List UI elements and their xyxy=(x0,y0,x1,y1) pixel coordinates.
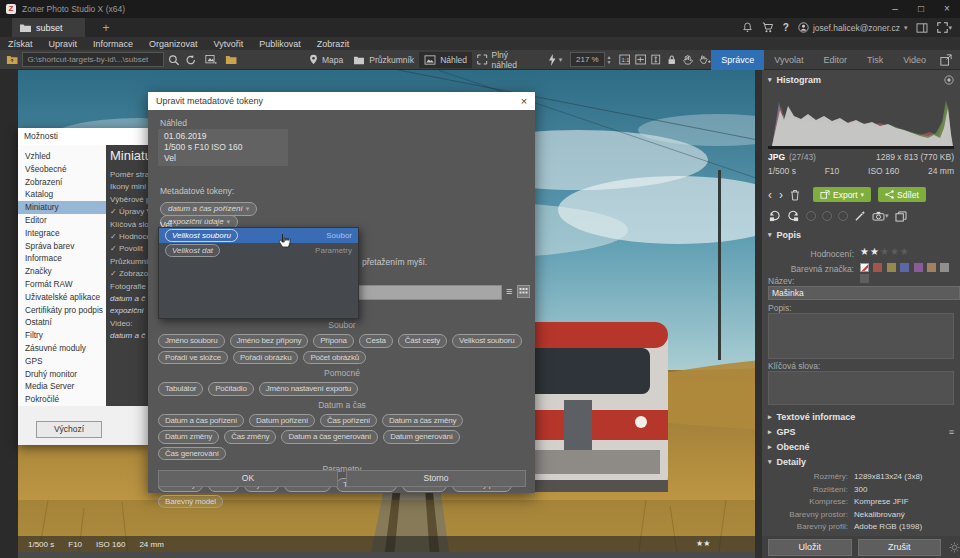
path-input[interactable]: G:\shortcut-targets-by-id\...\subset xyxy=(22,52,163,67)
cancel-button[interactable]: Zrušit xyxy=(858,539,942,556)
storno-button[interactable]: Storno xyxy=(346,470,526,487)
magic-wand-icon[interactable] xyxy=(854,210,866,222)
color-swatch[interactable] xyxy=(914,263,923,272)
close-button[interactable]: × xyxy=(934,0,960,18)
external-window-icon[interactable] xyxy=(940,54,952,66)
edit-tokens-titlebar[interactable]: Upravit metadatové tokeny × xyxy=(148,92,535,110)
account-menu[interactable]: josef.halicek@zoner.cz ▾ xyxy=(798,22,908,33)
color-swatches[interactable] xyxy=(860,263,960,285)
options-item[interactable]: Druhý monitor xyxy=(18,368,106,381)
options-item[interactable]: Filtry xyxy=(18,329,106,342)
histogram-settings-icon[interactable] xyxy=(944,75,954,85)
view-pruzkumnik[interactable]: Průzkumník xyxy=(348,52,419,68)
options-dialog-titlebar[interactable]: Možnosti xyxy=(18,128,148,145)
options-item[interactable]: Editor xyxy=(18,214,106,227)
token-chip[interactable]: Barevný model xyxy=(158,495,223,509)
options-item[interactable]: Všeobecné xyxy=(18,163,106,176)
minimize-button[interactable]: – xyxy=(882,0,908,18)
section-obecne[interactable]: ▸ Obecné xyxy=(768,442,954,452)
options-item[interactable]: Integrace xyxy=(18,227,106,240)
gear-icon[interactable] xyxy=(949,542,960,553)
options-item[interactable]: Formát RAW xyxy=(18,278,106,291)
preview-filter-menu[interactable]: ▾ xyxy=(872,211,889,221)
zoom-1to1-icon[interactable]: 1:1 xyxy=(619,54,630,65)
token-chip[interactable]: Jméno bez přípony xyxy=(230,334,309,348)
pan-hand-icon[interactable] xyxy=(682,54,693,66)
color-swatch[interactable] xyxy=(887,263,896,272)
module-editor[interactable]: Editor xyxy=(813,50,857,70)
token-chip[interactable]: Čas generování xyxy=(158,447,226,461)
description-textarea[interactable] xyxy=(768,313,954,359)
folder-up-icon[interactable] xyxy=(6,54,18,65)
cart-icon[interactable] xyxy=(762,22,774,33)
color-swatch[interactable] xyxy=(927,263,936,272)
section-gps[interactable]: ▸ GPS ≡ xyxy=(768,427,954,437)
name-input[interactable]: Mašinka xyxy=(768,286,960,300)
menu-publikovat[interactable]: Publikovat xyxy=(259,39,301,49)
pan-sync-icon[interactable] xyxy=(699,54,711,66)
export-button[interactable]: Export ▾ xyxy=(813,187,871,202)
token-chip[interactable]: Datum změny xyxy=(158,430,219,444)
view-mapa[interactable]: Mapa xyxy=(304,52,348,68)
zoom-stepper[interactable]: ▲▼ xyxy=(607,55,612,65)
options-item[interactable]: Ostatní xyxy=(18,316,106,329)
rotate-right-icon[interactable] xyxy=(787,210,800,222)
module-tisk[interactable]: Tisk xyxy=(857,50,893,70)
module-video[interactable]: Video xyxy=(893,50,936,70)
token-chip[interactable]: Čas pořízení xyxy=(320,414,377,428)
options-item[interactable]: Zásuvné moduly xyxy=(18,342,106,355)
sidepanel-icon[interactable] xyxy=(916,23,928,33)
maximize-button[interactable]: □ xyxy=(908,0,934,18)
module-spravce[interactable]: Správce xyxy=(711,50,764,70)
popis-section-header[interactable]: ▾ Popis xyxy=(768,230,801,240)
token-chip[interactable]: Počítadlo xyxy=(208,382,254,396)
menu-ziskat[interactable]: Získat xyxy=(8,39,33,49)
options-item[interactable]: Media Server xyxy=(18,380,106,393)
token-chip[interactable]: Pořadí ve složce xyxy=(158,351,228,365)
options-item[interactable]: Značky xyxy=(18,265,106,278)
menu-vytvorit[interactable]: Vytvořit xyxy=(214,39,244,49)
trash-icon[interactable] xyxy=(790,189,800,201)
list-view-icon[interactable]: ≡ xyxy=(506,284,512,298)
section-textove-informace[interactable]: ▸ Textové informace xyxy=(768,412,954,422)
zoom-input[interactable]: 217 % xyxy=(570,52,604,67)
folder-icon[interactable] xyxy=(225,54,237,65)
token-chip[interactable]: Tabulátor xyxy=(158,382,203,396)
token-chip[interactable]: Cesta xyxy=(359,334,393,348)
token-chip[interactable]: Velikost souboru xyxy=(452,334,522,348)
suggestion-velikost-dat[interactable]: Velikost dat Parametry xyxy=(159,243,358,258)
view-nahled[interactable]: Náhled xyxy=(419,52,472,68)
lightning-icon[interactable] xyxy=(548,54,557,66)
options-item-selected[interactable]: Miniatury xyxy=(18,201,106,214)
rating-stars[interactable]: ★★★★★ xyxy=(860,246,910,257)
color-swatch[interactable] xyxy=(940,263,949,272)
menu-zobrazit[interactable]: Zobrazit xyxy=(317,39,350,49)
color-swatch[interactable] xyxy=(860,274,869,283)
options-item[interactable]: GPS xyxy=(18,355,106,368)
options-item[interactable]: Vzhled xyxy=(18,150,106,163)
options-item[interactable]: Certifikáty pro podpis xyxy=(18,304,106,317)
tab-subset[interactable]: subset xyxy=(12,18,85,37)
options-item[interactable]: Zobrazení xyxy=(18,176,106,189)
token-chip[interactable]: Čas změny xyxy=(224,430,276,444)
list-icon[interactable]: ≡ xyxy=(949,427,954,437)
previous-file-button[interactable]: ‹ xyxy=(768,188,772,202)
options-item[interactable]: Katalog xyxy=(18,188,106,201)
token-chip[interactable]: Část cesty xyxy=(398,334,447,348)
bell-icon[interactable] xyxy=(742,22,753,33)
menu-upravit[interactable]: Upravit xyxy=(49,39,78,49)
keywords-textarea[interactable] xyxy=(768,371,954,405)
color-swatch[interactable] xyxy=(873,263,882,272)
rotate-left-icon[interactable] xyxy=(768,210,781,222)
view-plny-nahled[interactable]: Plný náhled xyxy=(472,52,539,68)
new-tab-button[interactable]: + xyxy=(103,19,110,37)
suggestion-velikost-souboru[interactable]: Velikost souboru Soubor xyxy=(159,228,358,243)
token-chip[interactable]: Pořadí obrázku xyxy=(233,351,298,365)
lock-icon[interactable] xyxy=(667,54,677,66)
token-chip[interactable]: Datum a čas změny xyxy=(382,414,463,428)
menu-organizovat[interactable]: Organizovat xyxy=(149,39,198,49)
fit-height-icon[interactable] xyxy=(651,54,661,65)
token-chip[interactable]: Datum generování xyxy=(383,430,460,444)
grid-view-icon[interactable] xyxy=(517,285,530,298)
save-button[interactable]: Uložit xyxy=(768,539,852,556)
